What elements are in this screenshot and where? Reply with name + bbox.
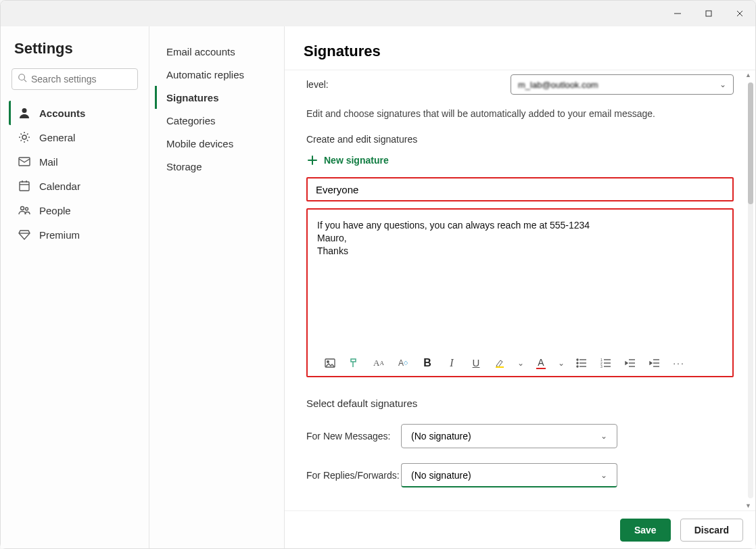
svg-point-22	[577, 362, 578, 364]
decrease-indent-icon[interactable]	[623, 356, 638, 371]
pane-title: Signatures	[285, 26, 755, 70]
subnav-email-accounts[interactable]: Email accounts	[155, 40, 279, 63]
svg-point-6	[22, 108, 27, 113]
italic-button[interactable]: I	[444, 356, 459, 371]
secondary-sidebar: Email accounts Automatic replies Signatu…	[149, 26, 285, 548]
chevron-down-icon: ⌄	[719, 80, 726, 89]
svg-line-5	[24, 80, 27, 82]
settings-window: Settings Accounts General	[0, 0, 756, 549]
bold-button[interactable]: B	[420, 356, 435, 371]
sidebar-item-mail[interactable]: Mail	[9, 149, 141, 174]
discard-button[interactable]: Discard	[680, 519, 743, 542]
editor-toolbar: AA A◇ B I U ⌄ A ⌄ 123	[308, 349, 732, 376]
for-replies-select[interactable]: (No signature) ⌄	[401, 463, 617, 487]
highlight-chevron-icon[interactable]: ⌄	[517, 358, 524, 368]
diamond-icon	[18, 228, 31, 241]
subnav-storage[interactable]: Storage	[155, 155, 279, 178]
plus-icon	[306, 154, 318, 166]
discard-label: Discard	[694, 525, 729, 535]
increase-indent-icon[interactable]	[647, 356, 662, 371]
svg-point-14	[26, 208, 28, 210]
format-painter-icon[interactable]	[347, 356, 362, 371]
signature-body-textarea[interactable]: If you have any questions, you can alway…	[308, 210, 732, 349]
svg-point-20	[577, 359, 578, 360]
bullet-list-icon[interactable]	[574, 356, 589, 371]
subnav-label: Categories	[166, 115, 216, 126]
for-new-value: (No signature)	[411, 431, 471, 441]
insert-image-icon[interactable]	[323, 356, 337, 371]
sidebar-item-people[interactable]: People	[9, 198, 141, 222]
account-value: m_lab@outlook.com	[518, 80, 598, 90]
more-options-icon[interactable]: ···	[671, 356, 686, 371]
subnav-signatures[interactable]: Signatures	[155, 86, 279, 109]
font-family-icon[interactable]: AA	[371, 356, 386, 371]
maximize-button[interactable]	[693, 3, 724, 24]
save-button[interactable]: Save	[620, 519, 671, 542]
person-icon	[18, 106, 31, 120]
level-label: level:	[306, 79, 329, 90]
subnav-label: Email accounts	[166, 46, 235, 57]
mail-icon	[18, 155, 31, 168]
new-signature-button[interactable]: New signature	[306, 154, 389, 166]
sidebar-item-label: People	[39, 205, 71, 216]
svg-point-24	[577, 366, 578, 367]
subnav-label: Storage	[166, 161, 202, 172]
sidebar-item-label: Calendar	[39, 181, 80, 192]
signature-name-value: Everyone	[316, 184, 358, 195]
chevron-down-icon: ⌄	[600, 431, 607, 441]
subnav-label: Mobile devices	[166, 138, 233, 149]
subnav-categories[interactable]: Categories	[155, 109, 279, 132]
font-color-button[interactable]: A	[534, 356, 548, 371]
select-default-heading: Select default signatures	[306, 398, 734, 409]
scrollbar-thumb[interactable]	[748, 82, 753, 204]
search-input[interactable]	[31, 74, 132, 85]
font-color-chevron-icon[interactable]: ⌄	[558, 358, 565, 368]
subnav-label: Signatures	[166, 92, 219, 103]
scroll-down-arrow[interactable]: ▼	[745, 502, 751, 509]
search-icon	[18, 73, 27, 85]
subnav-label: Automatic replies	[166, 69, 244, 80]
sidebar-item-label: General	[39, 132, 75, 143]
svg-rect-8	[19, 158, 30, 166]
settings-title: Settings	[14, 40, 141, 57]
svg-point-13	[21, 207, 24, 210]
pane-scroll-area: ▲ ▼ level: m_lab@outlook.com ⌄ Edit and …	[285, 70, 755, 510]
highlight-color-button[interactable]	[493, 356, 508, 371]
people-icon	[18, 204, 31, 217]
titlebar	[1, 1, 755, 26]
account-select[interactable]: m_lab@outlook.com ⌄	[511, 74, 734, 95]
svg-point-7	[22, 135, 26, 139]
font-size-icon[interactable]: A◇	[396, 356, 410, 371]
sidebar-item-calendar[interactable]: Calendar	[9, 174, 141, 198]
sidebar-item-accounts[interactable]: Accounts	[9, 101, 141, 125]
create-edit-heading: Create and edit signatures	[306, 134, 734, 145]
close-button[interactable]	[724, 3, 755, 24]
signature-editor: If you have any questions, you can alway…	[306, 208, 734, 377]
sidebar-item-label: Premium	[39, 229, 80, 241]
for-replies-label: For Replies/Forwards:	[306, 470, 401, 481]
scroll-up-arrow[interactable]: ▲	[745, 72, 751, 78]
svg-point-4	[19, 74, 25, 80]
sidebar-item-label: Mail	[39, 156, 58, 168]
primary-sidebar: Settings Accounts General	[1, 26, 149, 548]
for-replies-value: (No signature)	[411, 470, 471, 481]
signature-name-input[interactable]: Everyone	[306, 177, 734, 201]
for-new-label: For New Messages:	[306, 431, 401, 441]
for-new-messages-select[interactable]: (No signature) ⌄	[401, 424, 617, 448]
svg-rect-9	[20, 182, 29, 191]
subnav-automatic-replies[interactable]: Automatic replies	[155, 63, 279, 86]
search-settings-box[interactable]	[11, 68, 138, 90]
underline-button[interactable]: U	[469, 356, 483, 371]
svg-point-18	[327, 360, 329, 362]
chevron-down-icon: ⌄	[600, 471, 607, 480]
dialog-footer: Save Discard	[285, 510, 755, 548]
subnav-mobile-devices[interactable]: Mobile devices	[155, 132, 279, 155]
sidebar-item-general[interactable]: General	[9, 125, 141, 149]
signatures-description: Edit and choose signatures that will be …	[306, 108, 734, 119]
content-pane: Signatures ▲ ▼ level: m_lab@outlook.com …	[285, 26, 755, 548]
minimize-button[interactable]	[662, 3, 693, 24]
number-list-icon[interactable]: 123	[598, 356, 613, 371]
gear-icon	[18, 130, 31, 144]
sidebar-item-premium[interactable]: Premium	[9, 222, 141, 247]
calendar-icon	[18, 179, 31, 193]
